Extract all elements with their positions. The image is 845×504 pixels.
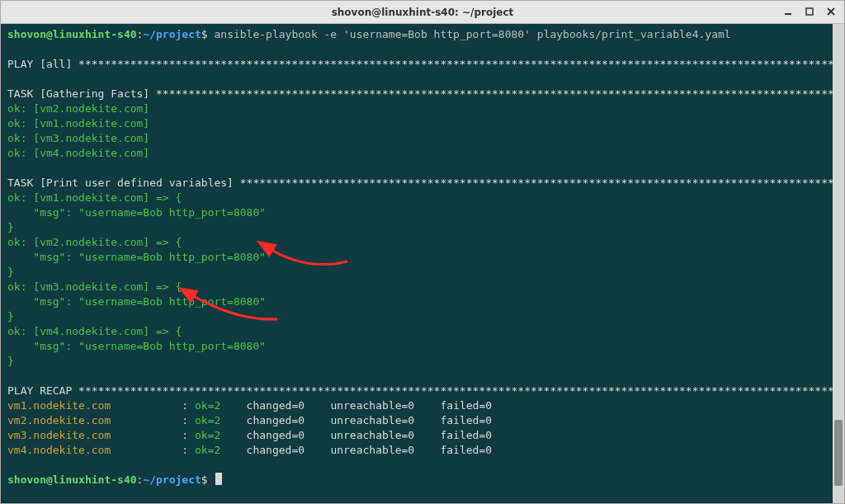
prompt-user-host: shovon@linuxhint-s40: [7, 473, 137, 486]
msg-line: "msg": "username=Bob http_port=8080": [7, 340, 266, 352]
recap-unreach: unreachable=0: [330, 399, 414, 412]
recap-ok: ok=2: [195, 399, 220, 412]
prompt-cwd: ~/project: [143, 473, 201, 486]
prompt-cwd: ~/project: [143, 28, 201, 40]
close-button[interactable]: [823, 4, 839, 19]
svg-rect-1: [806, 8, 813, 15]
recap-unreach: unreachable=0: [330, 414, 414, 426]
prompt-dollar: $: [201, 473, 208, 486]
msg-line: "msg": "username=Bob http_port=8080": [7, 295, 266, 308]
recap-host: vm4.nodekite.com: [7, 444, 111, 456]
msg-open: ok: [vm4.nodekite.com] => {: [7, 325, 182, 337]
msg-open: ok: [vm2.nodekite.com] => {: [7, 236, 182, 248]
recap-host: vm2.nodekite.com: [7, 414, 111, 426]
recap-header: PLAY RECAP: [7, 384, 78, 397]
gather-ok-line: ok: [vm3.nodekite.com]: [7, 132, 149, 144]
cursor: [215, 473, 222, 485]
prompt-dollar: $: [201, 28, 208, 40]
scrollbar-thumb[interactable]: [834, 420, 843, 486]
task-gather-header: TASK [Gathering Facts]: [7, 87, 156, 100]
msg-open: ok: [vm1.nodekite.com] => {: [7, 191, 182, 204]
recap-failed: failed=0: [440, 414, 492, 426]
terminal-output[interactable]: shovon@linuxhint-s40:~/project$ ansible-…: [1, 24, 833, 503]
maximize-button[interactable]: [801, 4, 818, 19]
msg-close: }: [7, 310, 14, 323]
msg-close: }: [7, 221, 14, 233]
gather-ok-line: ok: [vm1.nodekite.com]: [7, 117, 149, 130]
minimize-button[interactable]: [780, 4, 796, 19]
gather-ok-line: ok: [vm2.nodekite.com]: [7, 102, 149, 115]
recap-failed: failed=0: [440, 444, 492, 456]
task-print-header: TASK [Print user defined variables]: [7, 177, 240, 189]
recap-changed: changed=0: [247, 414, 304, 426]
window-title: shovon@linuxhint-s40: ~/project: [332, 7, 514, 18]
recap-changed: changed=0: [247, 444, 304, 456]
msg-line: "msg": "username=Bob http_port=8080": [7, 251, 266, 263]
terminal-body-wrap: shovon@linuxhint-s40:~/project$ ansible-…: [1, 24, 844, 503]
titlebar[interactable]: shovon@linuxhint-s40: ~/project: [1, 1, 844, 24]
msg-line: "msg": "username=Bob http_port=8080": [7, 206, 266, 219]
recap-ok: ok=2: [195, 444, 220, 456]
command-text: ansible-playbook -e 'username=Bob http_p…: [214, 28, 730, 40]
terminal-window: shovon@linuxhint-s40: ~/project shovon@l…: [0, 0, 845, 504]
task-print-stars: ****************************************…: [240, 177, 833, 189]
recap-ok: ok=2: [195, 414, 220, 426]
minimize-icon: [783, 7, 793, 16]
recap-changed: changed=0: [247, 399, 304, 412]
maximize-icon: [805, 7, 814, 16]
recap-host: vm1.nodekite.com: [7, 399, 111, 412]
recap-failed: failed=0: [440, 399, 492, 412]
play-header: PLAY [all]: [7, 58, 78, 70]
scrollbar[interactable]: [833, 24, 844, 503]
play-stars: ****************************************…: [78, 58, 833, 70]
gather-ok-line: ok: [vm4.nodekite.com]: [7, 147, 149, 159]
recap-stars: ****************************************…: [78, 384, 833, 397]
window-controls: [780, 4, 839, 19]
recap-host: vm3.nodekite.com: [7, 429, 111, 441]
recap-changed: changed=0: [247, 429, 304, 441]
recap-unreach: unreachable=0: [330, 444, 414, 456]
recap-ok: ok=2: [195, 429, 220, 441]
msg-close: }: [7, 355, 14, 367]
task-gather-stars: ****************************************…: [156, 87, 833, 100]
msg-close: }: [7, 266, 14, 278]
recap-failed: failed=0: [440, 429, 492, 441]
msg-open: ok: [vm3.nodekite.com] => {: [7, 280, 182, 293]
prompt-user-host: shovon@linuxhint-s40: [7, 28, 137, 40]
recap-unreach: unreachable=0: [330, 429, 414, 441]
close-icon: [826, 7, 836, 16]
